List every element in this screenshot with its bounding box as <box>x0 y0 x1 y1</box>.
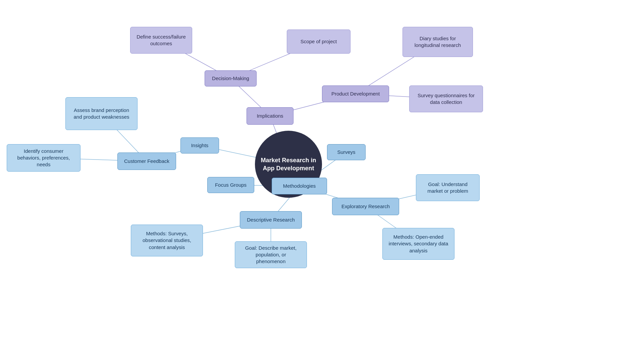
assess-brand-label: Assess brand perception and product weak… <box>71 107 132 121</box>
methods-open-ended-node[interactable]: Methods: Open-ended interviews, secondar… <box>382 228 454 260</box>
exploratory-research-label: Exploratory Research <box>341 203 390 210</box>
assess-brand-node[interactable]: Assess brand perception and product weak… <box>65 97 138 130</box>
goal-understand-node[interactable]: Goal: Understand market or problem <box>416 174 480 201</box>
insights-node[interactable]: Insights <box>180 137 219 154</box>
goal-understand-label: Goal: Understand market or problem <box>422 181 474 195</box>
goal-describe-node[interactable]: Goal: Describe market, population, or ph… <box>235 241 307 268</box>
identify-consumer-node[interactable]: Identify consumer behaviors, preferences… <box>7 144 80 172</box>
methods-surveys-node[interactable]: Methods: Surveys, observational studies,… <box>131 225 203 256</box>
focus-groups-node[interactable]: Focus Groups <box>207 177 254 193</box>
descriptive-research-label: Descriptive Research <box>247 217 295 223</box>
product-development-node[interactable]: Product Development <box>322 85 389 102</box>
scope-of-project-node[interactable]: Scope of project <box>287 29 351 54</box>
decision-making-node[interactable]: Decision-Making <box>205 70 257 86</box>
define-success-label: Define success/failure outcomes <box>136 34 186 47</box>
surveys-label: Surveys <box>337 149 355 156</box>
decision-making-label: Decision-Making <box>212 75 249 82</box>
scope-label: Scope of project <box>301 38 337 45</box>
implications-node[interactable]: Implications <box>247 107 293 125</box>
product-development-label: Product Development <box>331 90 380 97</box>
insights-label: Insights <box>191 142 209 149</box>
implications-label: Implications <box>257 113 283 119</box>
focus-groups-label: Focus Groups <box>215 182 247 188</box>
methods-surveys-label: Methods: Surveys, observational studies,… <box>137 230 197 251</box>
surveys-node[interactable]: Surveys <box>327 144 366 160</box>
methodologies-label: Methodologies <box>283 183 316 189</box>
methodologies-node[interactable]: Methodologies <box>272 178 327 194</box>
diary-studies-label: Diary studies for longitudinal research <box>408 35 467 49</box>
methods-open-ended-label: Methods: Open-ended interviews, secondar… <box>388 234 449 254</box>
customer-feedback-node[interactable]: Customer Feedback <box>117 153 176 170</box>
customer-feedback-label: Customer Feedback <box>124 158 169 165</box>
center-label: Market Research in App Development <box>260 156 317 173</box>
exploratory-research-node[interactable]: Exploratory Research <box>332 198 399 215</box>
goal-describe-label: Goal: Describe market, population, or ph… <box>240 245 301 265</box>
survey-questionnaires-label: Survey questionnaires for data collectio… <box>415 92 477 106</box>
descriptive-research-node[interactable]: Descriptive Research <box>240 211 302 229</box>
diary-studies-node[interactable]: Diary studies for longitudinal research <box>402 27 473 57</box>
define-success-node[interactable]: Define success/failure outcomes <box>130 27 192 54</box>
identify-consumer-label: Identify consumer behaviors, preferences… <box>12 148 75 168</box>
survey-questionnaires-node[interactable]: Survey questionnaires for data collectio… <box>409 85 483 112</box>
